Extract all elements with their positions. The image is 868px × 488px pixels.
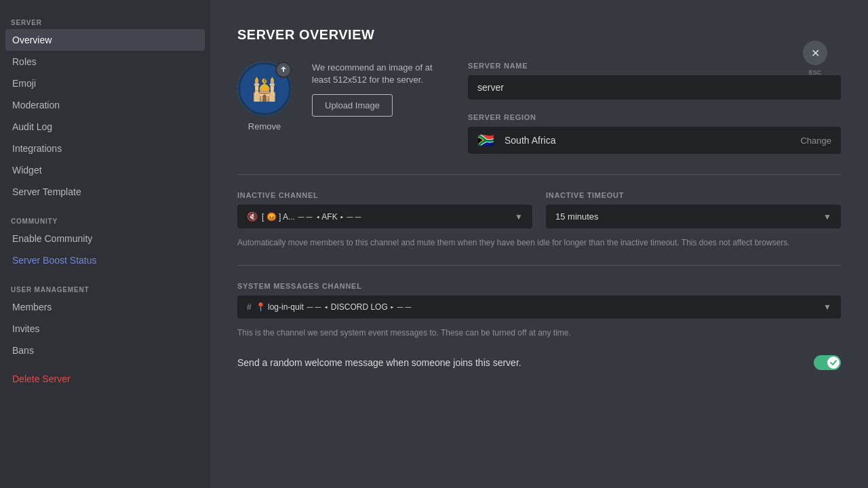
inactive-timeout-chevron: ▼ [823,212,831,222]
inactive-channel-col: INACTIVE CHANNEL 🔇 [ 😡 ] A... ⸺⸺ ◂ AFK ▸… [237,191,532,228]
avatar-wrapper: 🕌 [237,62,292,116]
inactive-timeout-col: INACTIVE TIMEOUT 15 minutes ▼ [546,191,841,228]
divider-1 [237,174,841,175]
sidebar-item-audit-log[interactable]: Audit Log [5,116,205,138]
channel-icon: 🔇 [247,211,258,222]
close-icon: ✕ [811,47,820,60]
sidebar-item-roles[interactable]: Roles [5,51,205,73]
upload-area: We recommend an image of at least 512x51… [312,62,448,117]
upload-icon [279,66,288,74]
inactive-timeout-select[interactable]: 15 minutes ▼ [546,205,841,228]
toggle-knob [827,357,840,369]
server-info: SERVER NAME SERVER REGION 🇿🇦 South Afric… [468,62,841,154]
avatar-edit-icon[interactable] [275,62,292,78]
region-name: South Africa [505,135,556,146]
community-section-label: COMMUNITY [5,209,205,228]
user-management-section-label: USER MANAGEMENT [5,278,205,296]
sidebar-item-integrations[interactable]: Integrations [5,138,205,159]
server-region-label: SERVER REGION [468,113,841,121]
welcome-toggle-label: Send a random welcome message when someo… [237,357,521,368]
welcome-toggle-row: Send a random welcome message when someo… [237,355,841,370]
sidebar-item-invites[interactable]: Invites [5,318,205,340]
sidebar-item-server-template[interactable]: Server Template [5,181,205,203]
recommend-text: We recommend an image of at least 512x51… [312,62,448,86]
avatar-area: 🕌 Remove [237,62,292,131]
system-description: This is the channel we send system event… [237,327,841,339]
sidebar-item-members[interactable]: Members [5,296,205,318]
sidebar-item-emoji[interactable]: Emoji [5,73,205,94]
main-content: SERVER OVERVIEW ✕ ESC 🕌 [210,0,868,488]
inactive-channel-value: 🔇 [ 😡 ] A... ⸺⸺ ◂ AFK ▸ ⸺⸺ [247,211,362,222]
server-section-label: SERVER [5,11,205,29]
change-region-button[interactable]: Change [800,136,831,146]
inactive-section: INACTIVE CHANNEL 🔇 [ 😡 ] A... ⸺⸺ ◂ AFK ▸… [237,191,841,228]
system-channel-chevron: ▼ [823,302,831,312]
inactive-timeout-value: 15 minutes [555,211,599,222]
inactive-channel-chevron: ▼ [515,212,523,222]
server-name-label: SERVER NAME [468,62,841,70]
sidebar-item-moderation[interactable]: Moderation [5,94,205,116]
region-flag: 🇿🇦 [477,134,496,147]
inactive-timeout-label: INACTIVE TIMEOUT [546,191,841,199]
region-selector[interactable]: 🇿🇦 South Africa Change [468,127,841,154]
sidebar-item-enable-community[interactable]: Enable Community [5,228,205,249]
region-left: 🇿🇦 South Africa [477,134,556,147]
inactive-channel-label: INACTIVE CHANNEL [237,191,532,199]
divider-2 [237,265,841,266]
sidebar-item-server-boost-status[interactable]: Server Boost Status [5,249,205,271]
sidebar-item-delete-server[interactable]: Delete Server [5,368,205,390]
system-channel-text: 📍 log-in-quit ⸺⸺ ◂ DISCORD LOG ▸ ⸺⸺ [256,302,413,312]
system-channel-hash: # [247,302,252,312]
system-channel-value: # 📍 log-in-quit ⸺⸺ ◂ DISCORD LOG ▸ ⸺⸺ [247,302,412,312]
inactive-channel-text: [ 😡 ] A... ⸺⸺ ◂ AFK ▸ ⸺⸺ [262,212,362,222]
inactive-description: Automatically move members to this chann… [237,237,841,249]
remove-link[interactable]: Remove [248,121,281,131]
sidebar-item-bans[interactable]: Bans [5,340,205,361]
welcome-toggle[interactable] [814,355,841,370]
overview-section: 🕌 Remove We recommend an image of at lea… [237,62,841,154]
close-button[interactable]: ✕ ESC [803,41,827,65]
upload-image-button[interactable]: Upload Image [312,94,393,117]
checkmark-icon [829,359,837,367]
svg-text:🕌: 🕌 [251,77,278,102]
sidebar: SERVER Overview Roles Emoji Moderation A… [0,0,210,488]
sidebar-item-overview[interactable]: Overview [5,29,205,51]
system-messages-label: SYSTEM MESSAGES CHANNEL [237,282,841,290]
sidebar-item-widget[interactable]: Widget [5,159,205,181]
system-channel-select[interactable]: # 📍 log-in-quit ⸺⸺ ◂ DISCORD LOG ▸ ⸺⸺ ▼ [237,296,841,319]
inactive-channel-select[interactable]: 🔇 [ 😡 ] A... ⸺⸺ ◂ AFK ▸ ⸺⸺ ▼ [237,205,532,228]
page-title: SERVER OVERVIEW [237,27,841,43]
server-name-input[interactable] [468,75,841,100]
esc-label: ESC [809,69,822,76]
